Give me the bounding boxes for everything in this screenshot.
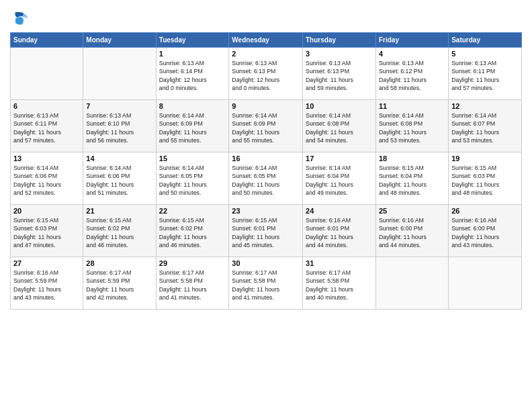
day-cell: 11Sunrise: 6:14 AM Sunset: 6:08 PM Dayli…: [375, 100, 448, 152]
day-cell: 19Sunrise: 6:15 AM Sunset: 6:03 PM Dayli…: [449, 152, 522, 205]
day-number: 28: [86, 259, 152, 267]
column-header-monday: Monday: [83, 33, 156, 48]
day-cell: 31Sunrise: 6:17 AM Sunset: 5:58 PM Dayli…: [303, 257, 376, 310]
day-cell: [11, 48, 83, 100]
week-row-1: 1Sunrise: 6:13 AM Sunset: 6:14 PM Daylig…: [11, 48, 522, 100]
day-cell: 14Sunrise: 6:14 AM Sunset: 6:06 PM Dayli…: [83, 152, 156, 205]
day-cell: 28Sunrise: 6:17 AM Sunset: 5:59 PM Dayli…: [83, 257, 156, 310]
day-number: 31: [306, 259, 373, 267]
day-number: 19: [451, 154, 519, 163]
day-info: Sunrise: 6:13 AM Sunset: 6:12 PM Dayligh…: [379, 59, 445, 92]
day-info: Sunrise: 6:14 AM Sunset: 6:09 PM Dayligh…: [159, 111, 226, 144]
day-cell: 10Sunrise: 6:14 AM Sunset: 6:08 PM Dayli…: [303, 100, 376, 152]
day-cell: 9Sunrise: 6:14 AM Sunset: 6:09 PM Daylig…: [229, 100, 303, 152]
column-header-thursday: Thursday: [303, 33, 376, 48]
day-cell: 8Sunrise: 6:14 AM Sunset: 6:09 PM Daylig…: [156, 100, 229, 152]
day-number: 20: [13, 207, 80, 215]
day-number: 4: [379, 50, 445, 58]
day-number: 27: [13, 259, 80, 267]
day-cell: 16Sunrise: 6:14 AM Sunset: 6:05 PM Dayli…: [229, 152, 303, 205]
day-number: 29: [159, 259, 226, 267]
day-number: 23: [232, 207, 300, 215]
day-cell: 2Sunrise: 6:13 AM Sunset: 6:13 PM Daylig…: [229, 48, 303, 100]
day-number: 15: [159, 154, 226, 163]
column-header-friday: Friday: [375, 33, 448, 48]
day-info: Sunrise: 6:14 AM Sunset: 6:06 PM Dayligh…: [86, 164, 152, 197]
week-row-2: 6Sunrise: 6:13 AM Sunset: 6:11 PM Daylig…: [11, 100, 522, 152]
day-info: Sunrise: 6:16 AM Sunset: 6:00 PM Dayligh…: [379, 216, 445, 249]
column-header-sunday: Sunday: [11, 33, 83, 48]
day-info: Sunrise: 6:17 AM Sunset: 5:58 PM Dayligh…: [306, 269, 373, 302]
day-number: 30: [232, 259, 300, 267]
day-cell: 1Sunrise: 6:13 AM Sunset: 6:14 PM Daylig…: [156, 48, 229, 100]
day-cell: 15Sunrise: 6:14 AM Sunset: 6:05 PM Dayli…: [156, 152, 229, 205]
day-info: Sunrise: 6:14 AM Sunset: 6:04 PM Dayligh…: [306, 164, 373, 197]
day-cell: 4Sunrise: 6:13 AM Sunset: 6:12 PM Daylig…: [375, 48, 448, 100]
day-number: 10: [306, 102, 373, 110]
week-row-5: 27Sunrise: 6:16 AM Sunset: 5:59 PM Dayli…: [11, 257, 522, 310]
column-header-tuesday: Tuesday: [156, 33, 229, 48]
day-number: 1: [159, 50, 226, 58]
day-info: Sunrise: 6:13 AM Sunset: 6:14 PM Dayligh…: [159, 59, 226, 92]
day-number: 11: [379, 102, 445, 110]
column-header-wednesday: Wednesday: [229, 33, 303, 48]
day-cell: 30Sunrise: 6:17 AM Sunset: 5:58 PM Dayli…: [229, 257, 303, 310]
day-number: 12: [451, 102, 519, 110]
day-info: Sunrise: 6:14 AM Sunset: 6:05 PM Dayligh…: [232, 164, 300, 197]
day-cell: 6Sunrise: 6:13 AM Sunset: 6:11 PM Daylig…: [11, 100, 83, 152]
day-cell: 22Sunrise: 6:15 AM Sunset: 6:02 PM Dayli…: [156, 205, 229, 257]
day-info: Sunrise: 6:13 AM Sunset: 6:10 PM Dayligh…: [86, 111, 152, 144]
day-number: 3: [306, 50, 373, 58]
day-number: 17: [306, 154, 373, 163]
column-header-saturday: Saturday: [449, 33, 522, 48]
day-number: 14: [86, 154, 152, 163]
day-cell: 25Sunrise: 6:16 AM Sunset: 6:00 PM Dayli…: [375, 205, 448, 257]
day-cell: 3Sunrise: 6:13 AM Sunset: 6:13 PM Daylig…: [303, 48, 376, 100]
day-info: Sunrise: 6:13 AM Sunset: 6:11 PM Dayligh…: [451, 59, 519, 92]
day-cell: [83, 48, 156, 100]
day-number: 25: [379, 207, 445, 215]
day-info: Sunrise: 6:13 AM Sunset: 6:13 PM Dayligh…: [306, 59, 373, 92]
day-info: Sunrise: 6:14 AM Sunset: 6:07 PM Dayligh…: [451, 111, 519, 144]
day-info: Sunrise: 6:15 AM Sunset: 6:02 PM Dayligh…: [86, 216, 152, 249]
day-cell: 5Sunrise: 6:13 AM Sunset: 6:11 PM Daylig…: [449, 48, 522, 100]
day-cell: 12Sunrise: 6:14 AM Sunset: 6:07 PM Dayli…: [449, 100, 522, 152]
day-info: Sunrise: 6:15 AM Sunset: 6:01 PM Dayligh…: [232, 216, 300, 249]
day-cell: 18Sunrise: 6:15 AM Sunset: 6:04 PM Dayli…: [375, 152, 448, 205]
logo-icon: [10, 9, 29, 28]
day-number: 7: [86, 102, 152, 110]
day-info: Sunrise: 6:14 AM Sunset: 6:08 PM Dayligh…: [306, 111, 373, 144]
day-number: 18: [379, 154, 445, 163]
calendar-header-row: SundayMondayTuesdayWednesdayThursdayFrid…: [11, 33, 522, 48]
day-cell: 24Sunrise: 6:16 AM Sunset: 6:01 PM Dayli…: [303, 205, 376, 257]
day-cell: 17Sunrise: 6:14 AM Sunset: 6:04 PM Dayli…: [303, 152, 376, 205]
day-info: Sunrise: 6:13 AM Sunset: 6:11 PM Dayligh…: [13, 111, 80, 144]
day-info: Sunrise: 6:16 AM Sunset: 6:00 PM Dayligh…: [451, 216, 519, 249]
day-cell: 13Sunrise: 6:14 AM Sunset: 6:06 PM Dayli…: [11, 152, 83, 205]
day-info: Sunrise: 6:15 AM Sunset: 6:03 PM Dayligh…: [451, 164, 519, 197]
day-cell: 29Sunrise: 6:17 AM Sunset: 5:58 PM Dayli…: [156, 257, 229, 310]
day-number: 26: [451, 207, 519, 215]
day-cell: 21Sunrise: 6:15 AM Sunset: 6:02 PM Dayli…: [83, 205, 156, 257]
day-number: 5: [451, 50, 519, 58]
logo: [10, 9, 32, 28]
day-cell: [375, 257, 448, 310]
day-number: 13: [13, 154, 80, 163]
day-number: 24: [306, 207, 373, 215]
day-info: Sunrise: 6:15 AM Sunset: 6:02 PM Dayligh…: [159, 216, 226, 249]
day-number: 8: [159, 102, 226, 110]
day-cell: 20Sunrise: 6:15 AM Sunset: 6:03 PM Dayli…: [11, 205, 83, 257]
day-info: Sunrise: 6:17 AM Sunset: 5:58 PM Dayligh…: [232, 269, 300, 302]
day-info: Sunrise: 6:17 AM Sunset: 5:58 PM Dayligh…: [159, 269, 226, 302]
day-number: 21: [86, 207, 152, 215]
day-info: Sunrise: 6:16 AM Sunset: 5:59 PM Dayligh…: [13, 269, 80, 302]
day-info: Sunrise: 6:14 AM Sunset: 6:05 PM Dayligh…: [159, 164, 226, 197]
day-info: Sunrise: 6:14 AM Sunset: 6:06 PM Dayligh…: [13, 164, 80, 197]
day-cell: 23Sunrise: 6:15 AM Sunset: 6:01 PM Dayli…: [229, 205, 303, 257]
day-cell: 27Sunrise: 6:16 AM Sunset: 5:59 PM Dayli…: [11, 257, 83, 310]
day-number: 16: [232, 154, 300, 163]
day-info: Sunrise: 6:14 AM Sunset: 6:09 PM Dayligh…: [232, 111, 300, 144]
day-number: 22: [159, 207, 226, 215]
calendar-header: [10, 7, 522, 28]
week-row-4: 20Sunrise: 6:15 AM Sunset: 6:03 PM Dayli…: [11, 205, 522, 257]
